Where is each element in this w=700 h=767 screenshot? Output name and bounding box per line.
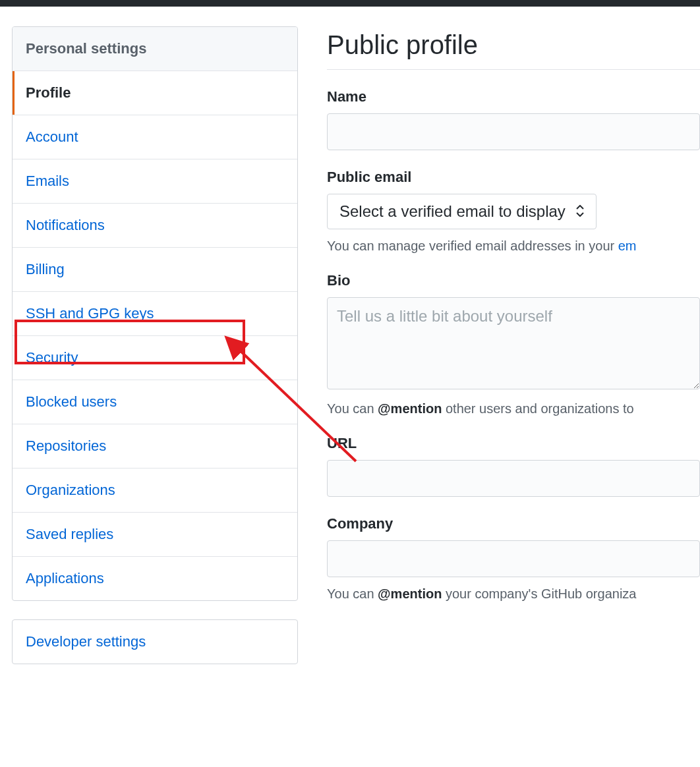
sidebar-item-billing[interactable]: Billing	[13, 248, 297, 292]
sidebar-item-account[interactable]: Account	[13, 115, 297, 159]
sidebar-item-applications[interactable]: Applications	[13, 557, 297, 600]
sidebar-item-label: Saved replies	[26, 526, 113, 542]
sidebar-item-label: Developer settings	[26, 633, 146, 650]
bio-label: Bio	[327, 272, 700, 289]
sidebar-item-label: SSH and GPG keys	[26, 305, 154, 322]
bio-note: You can @mention other users and organiz…	[327, 401, 700, 416]
email-settings-link[interactable]: em	[618, 239, 637, 253]
name-group: Name	[327, 88, 700, 150]
sidebar-item-organizations[interactable]: Organizations	[13, 469, 297, 513]
name-label: Name	[327, 88, 700, 105]
bio-textarea[interactable]	[327, 297, 700, 389]
bio-group: Bio You can @mention other users and org…	[327, 272, 700, 416]
sidebar-item-label: Account	[26, 128, 78, 145]
company-label: Company	[327, 515, 700, 532]
company-input[interactable]	[327, 540, 700, 577]
company-group: Company You can @mention your company's …	[327, 515, 700, 602]
sidebar-item-developer-settings[interactable]: Developer settings	[13, 620, 297, 664]
public-email-note: You can manage verified email addresses …	[327, 239, 700, 254]
settings-menu: Personal settings Profile Account Emails…	[12, 26, 298, 601]
sidebar-item-label: Blocked users	[26, 393, 117, 410]
sidebar-item-label: Billing	[26, 261, 65, 277]
sidebar-item-label: Organizations	[26, 482, 115, 498]
sidebar-item-blocked-users[interactable]: Blocked users	[13, 380, 297, 424]
sidebar-item-notifications[interactable]: Notifications	[13, 204, 297, 248]
url-label: URL	[327, 435, 700, 452]
public-email-selected: Select a verified email to display	[339, 202, 566, 221]
sidebar-item-repositories[interactable]: Repositories	[13, 424, 297, 469]
sidebar-item-label: Security	[26, 349, 78, 366]
page-title: Public profile	[327, 26, 700, 70]
top-bar	[0, 0, 700, 7]
sidebar-item-label: Repositories	[26, 438, 106, 454]
sidebar-item-emails[interactable]: Emails	[13, 159, 297, 204]
sidebar-item-label: Profile	[26, 84, 71, 101]
sidebar-item-label: Emails	[26, 173, 69, 189]
settings-menu-secondary: Developer settings	[12, 619, 298, 664]
sidebar: Personal settings Profile Account Emails…	[12, 26, 298, 664]
url-input[interactable]	[327, 460, 700, 497]
public-email-group: Public email Select a verified email to …	[327, 169, 700, 254]
sidebar-item-label: Applications	[26, 570, 104, 586]
sidebar-item-security[interactable]: Security	[13, 336, 297, 380]
name-input[interactable]	[327, 113, 700, 150]
chevron-up-down-icon	[576, 205, 584, 219]
sidebar-item-profile[interactable]: Profile	[13, 71, 297, 115]
company-note: You can @mention your company's GitHub o…	[327, 586, 700, 602]
public-email-select[interactable]: Select a verified email to display	[327, 194, 597, 229]
sidebar-item-label: Notifications	[26, 217, 105, 233]
url-group: URL	[327, 435, 700, 497]
sidebar-item-saved-replies[interactable]: Saved replies	[13, 513, 297, 557]
sidebar-item-ssh-and-gpg-keys[interactable]: SSH and GPG keys	[13, 292, 297, 336]
main-content: Public profile Name Public email Select …	[298, 26, 700, 664]
public-email-label: Public email	[327, 169, 700, 186]
settings-menu-heading: Personal settings	[13, 27, 297, 71]
